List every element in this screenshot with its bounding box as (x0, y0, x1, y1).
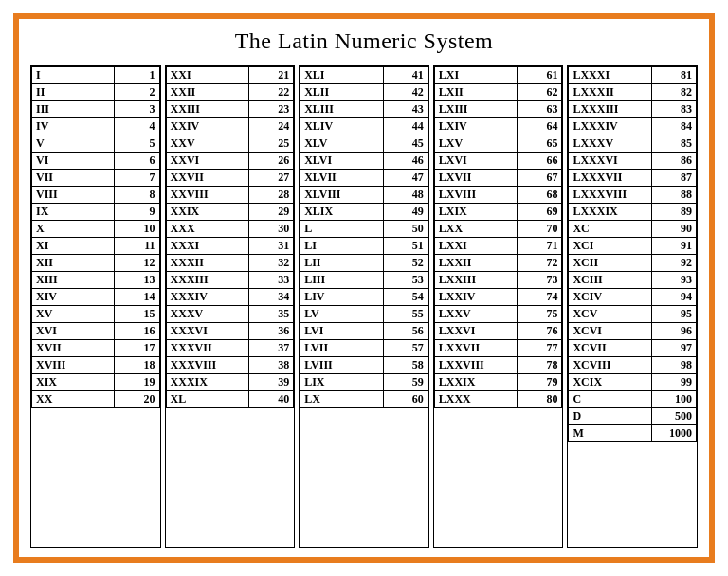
table-row: M1000 (569, 425, 697, 442)
arabic-numeral: 56 (383, 323, 428, 340)
arabic-numeral: 99 (651, 374, 696, 391)
roman-numeral: LXXXIX (569, 204, 651, 221)
table-row: XXXII32 (166, 255, 294, 272)
arabic-numeral: 78 (518, 357, 562, 374)
table-row: XXIV24 (166, 118, 294, 135)
column-2: XXI21XXII22XXIII23XXIV24XXV25XXVI26XXVII… (165, 65, 296, 548)
roman-numeral: XCIX (569, 374, 651, 391)
table-row: LIV54 (300, 289, 428, 306)
roman-numeral: XCIII (569, 272, 651, 289)
arabic-numeral: 95 (651, 306, 696, 323)
arabic-numeral: 31 (249, 238, 294, 255)
arabic-numeral: 22 (249, 84, 294, 101)
table-row: XCIX99 (569, 374, 697, 391)
roman-numeral: XCV (569, 306, 651, 323)
roman-numeral: II (32, 84, 115, 101)
roman-numeral: LXVII (434, 170, 517, 187)
arabic-numeral: 35 (249, 306, 294, 323)
table-row: XLI41 (300, 67, 428, 84)
table-row: VII7 (32, 170, 160, 187)
roman-numeral: LXI (434, 67, 517, 84)
roman-numeral: LXXXIII (569, 101, 651, 118)
table-row: XXXI31 (166, 238, 294, 255)
arabic-numeral: 48 (383, 187, 428, 204)
arabic-numeral: 47 (383, 170, 428, 187)
roman-numeral: LXXXII (569, 84, 651, 101)
arabic-numeral: 66 (518, 153, 562, 170)
arabic-numeral: 26 (249, 153, 294, 170)
roman-numeral: XXXVIII (166, 357, 248, 374)
table-row: XXIX29 (166, 204, 294, 221)
arabic-numeral: 97 (651, 340, 696, 357)
roman-numeral: XIII (32, 272, 115, 289)
table-row: LXXXIV84 (569, 118, 697, 135)
roman-numeral: XLII (300, 84, 383, 101)
arabic-numeral: 24 (249, 118, 294, 135)
table-row: LVII57 (300, 340, 428, 357)
roman-numeral: XL (166, 391, 248, 408)
roman-numeral: XIV (32, 289, 115, 306)
arabic-numeral: 92 (651, 255, 696, 272)
roman-numeral: XX (32, 391, 115, 408)
table-row: LVI56 (300, 323, 428, 340)
roman-numeral: XXX (166, 221, 248, 238)
table-row: XIX19 (32, 374, 160, 391)
table-row: X10 (32, 221, 160, 238)
table-row: LXXXI81 (569, 67, 697, 84)
arabic-numeral: 74 (518, 289, 562, 306)
table-row: XLV45 (300, 135, 428, 153)
roman-numeral: XIX (32, 374, 115, 391)
arabic-numeral: 75 (518, 306, 562, 323)
table-row: XXXV35 (166, 306, 294, 323)
table-row: XXVIII28 (166, 187, 294, 204)
table-row: XCVII97 (569, 340, 697, 357)
table-row: XVIII18 (32, 357, 160, 374)
table-row: XXVII27 (166, 170, 294, 187)
table-row: XLVII47 (300, 170, 428, 187)
arabic-numeral: 94 (651, 289, 696, 306)
roman-numeral: XXXV (166, 306, 248, 323)
table-row: VIII8 (32, 187, 160, 204)
table-row: XLIII43 (300, 101, 428, 118)
table-row: LXVI66 (434, 153, 562, 170)
arabic-numeral: 13 (115, 272, 159, 289)
arabic-numeral: 91 (651, 238, 696, 255)
table-row: XXII22 (166, 84, 294, 101)
roman-numeral: LXII (434, 84, 517, 101)
table-row: XCVIII98 (569, 357, 697, 374)
roman-numeral: XLV (300, 135, 383, 153)
roman-numeral: LII (300, 255, 383, 272)
arabic-numeral: 62 (518, 84, 562, 101)
table-row: I1 (32, 67, 160, 84)
arabic-numeral: 93 (651, 272, 696, 289)
arabic-numeral: 42 (383, 84, 428, 101)
roman-numeral: IV (32, 118, 115, 135)
roman-numeral: XLI (300, 67, 383, 84)
table-row: XXXIV34 (166, 289, 294, 306)
roman-numeral: XXXI (166, 238, 248, 255)
roman-numeral: LXXII (434, 255, 517, 272)
arabic-numeral: 77 (518, 340, 562, 357)
arabic-numeral: 32 (249, 255, 294, 272)
arabic-numeral: 67 (518, 170, 562, 187)
table-row: LXXXVII87 (569, 170, 697, 187)
arabic-numeral: 55 (383, 306, 428, 323)
arabic-numeral: 3 (115, 101, 159, 118)
table-row: LXXVIII78 (434, 357, 562, 374)
arabic-numeral: 14 (115, 289, 159, 306)
table-row: III3 (32, 101, 160, 118)
arabic-numeral: 72 (518, 255, 562, 272)
column-5: LXXXI81LXXXII82LXXXIII83LXXXIV84LXXXV85L… (567, 65, 698, 548)
roman-numeral: XXIX (166, 204, 248, 221)
roman-numeral: LXXV (434, 306, 517, 323)
arabic-numeral: 4 (115, 118, 159, 135)
table-row: LXIV64 (434, 118, 562, 135)
roman-numeral: LXVIII (434, 187, 517, 204)
table-row: XCV95 (569, 306, 697, 323)
table-row: XCI91 (569, 238, 697, 255)
roman-numeral: XLIV (300, 118, 383, 135)
table-row: IV4 (32, 118, 160, 135)
table-row: LIX59 (300, 374, 428, 391)
roman-numeral: XLVII (300, 170, 383, 187)
table-row: LXXXII82 (569, 84, 697, 101)
